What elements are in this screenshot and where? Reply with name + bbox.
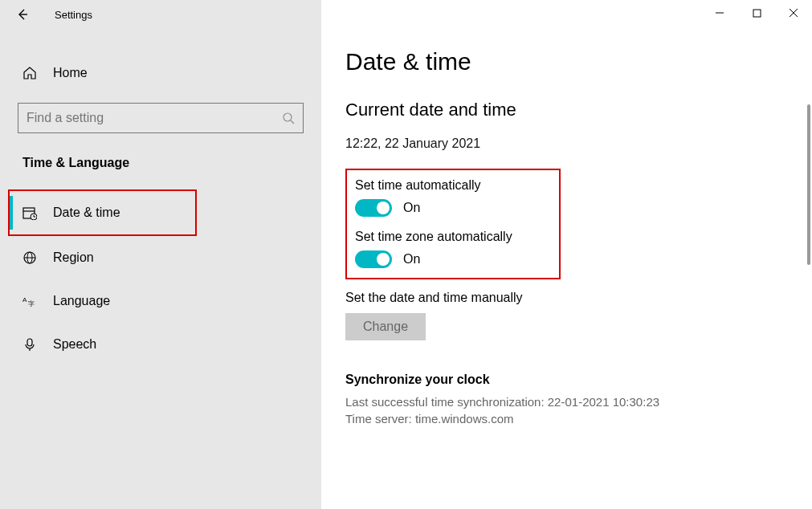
window-title: Settings bbox=[55, 9, 92, 21]
current-datetime-value: 12:22, 22 January 2021 bbox=[345, 136, 812, 151]
svg-text:字: 字 bbox=[28, 300, 35, 307]
globe-icon bbox=[22, 250, 39, 265]
calendar-icon bbox=[22, 206, 39, 220]
change-button: Change bbox=[345, 313, 426, 340]
sidebar-item-label: Speech bbox=[53, 337, 96, 352]
sidebar: Home Time & Language Date & time Region bbox=[0, 0, 321, 509]
toggle-knob bbox=[377, 253, 390, 266]
home-icon bbox=[22, 66, 39, 80]
sidebar-item-region[interactable]: Region bbox=[0, 236, 321, 279]
back-button[interactable] bbox=[6, 8, 39, 21]
sync-heading: Synchronize your clock bbox=[345, 373, 812, 387]
sidebar-item-label: Date & time bbox=[53, 206, 120, 220]
set-time-auto-label: Set time automatically bbox=[355, 178, 548, 193]
section-title: Time & Language bbox=[0, 156, 321, 170]
search-icon bbox=[282, 112, 295, 124]
titlebar: Settings bbox=[0, 0, 812, 29]
search-input[interactable] bbox=[27, 111, 282, 125]
manual-datetime-label: Set the date and time manually bbox=[345, 291, 812, 305]
maximize-button[interactable] bbox=[738, 0, 775, 26]
sidebar-item-label: Region bbox=[53, 250, 94, 265]
sync-last-line: Last successful time synchronization: 22… bbox=[345, 393, 812, 410]
svg-text:A: A bbox=[22, 296, 27, 303]
toggle-knob bbox=[377, 202, 390, 214]
set-tz-auto-toggle[interactable] bbox=[355, 250, 392, 268]
home-nav[interactable]: Home bbox=[0, 58, 321, 88]
sync-server-line: Time server: time.windows.com bbox=[345, 410, 812, 427]
main-content: Date & time Current date and time 12:22,… bbox=[321, 0, 812, 509]
sidebar-item-date-time[interactable]: Date & time bbox=[10, 191, 195, 234]
sidebar-item-language[interactable]: A字 Language bbox=[0, 279, 321, 323]
arrow-left-icon bbox=[16, 8, 29, 21]
svg-line-6 bbox=[291, 120, 294, 124]
svg-rect-17 bbox=[27, 339, 32, 346]
set-tz-auto-state: On bbox=[403, 252, 420, 267]
auto-time-highlight: Set time automatically On Set time zone … bbox=[345, 169, 561, 279]
window-controls bbox=[701, 0, 812, 26]
close-icon bbox=[789, 8, 798, 18]
maximize-icon bbox=[753, 9, 761, 18]
language-icon: A字 bbox=[22, 294, 39, 308]
minimize-icon bbox=[715, 8, 724, 18]
sidebar-item-speech[interactable]: Speech bbox=[0, 323, 321, 366]
search-box[interactable] bbox=[18, 103, 304, 133]
minimize-button[interactable] bbox=[701, 0, 738, 26]
close-button[interactable] bbox=[775, 0, 812, 26]
svg-rect-2 bbox=[753, 10, 761, 17]
sidebar-item-label: Language bbox=[53, 294, 110, 308]
set-time-auto-toggle[interactable] bbox=[355, 199, 392, 217]
home-label: Home bbox=[53, 66, 88, 80]
current-datetime-heading: Current date and time bbox=[345, 100, 812, 120]
page-title: Date & time bbox=[345, 48, 812, 75]
microphone-icon bbox=[22, 337, 39, 352]
set-tz-auto-label: Set time zone automatically bbox=[355, 230, 548, 244]
scrollbar[interactable] bbox=[807, 104, 810, 265]
svg-point-5 bbox=[284, 113, 292, 121]
set-time-auto-state: On bbox=[403, 201, 420, 215]
